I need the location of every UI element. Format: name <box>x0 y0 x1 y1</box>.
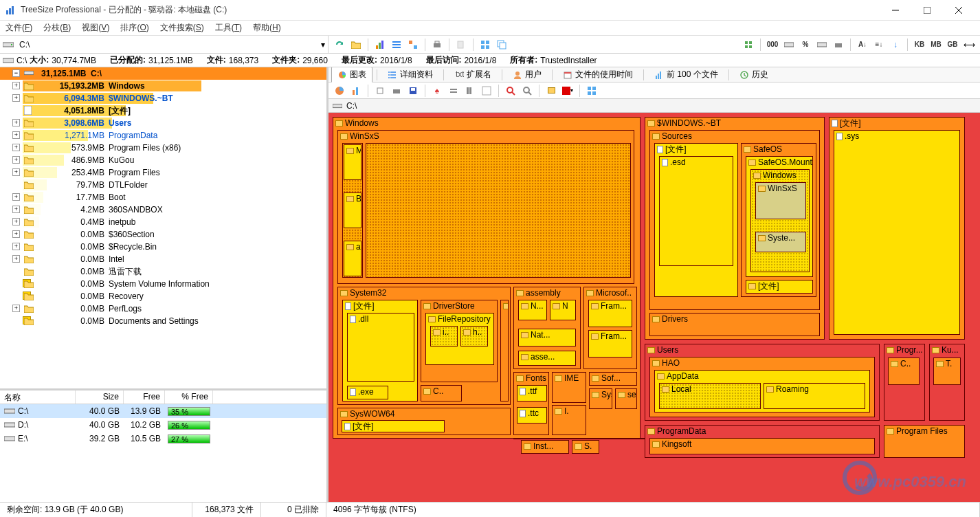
disk-button[interactable] <box>782 38 796 52</box>
treemap-box[interactable]: DriverStoreFileRepositoryi..h.. <box>421 300 498 382</box>
expand-icon[interactable]: + <box>12 305 20 312</box>
tree-row[interactable]: +17.7MBBoot <box>0 191 326 204</box>
treemap-box[interactable]: [文件] <box>746 280 813 294</box>
treemap-box[interactable]: Sof... <box>589 372 637 386</box>
treemap-box[interactable]: Sources[文件].esdSafeOSSafeOS.MountWindows… <box>649 130 820 310</box>
tree-row[interactable]: +15,193.2MBWindows <box>0 80 326 92</box>
chart-button[interactable] <box>373 38 387 52</box>
treemap-box[interactable]: C.. <box>888 358 920 385</box>
treemap-box[interactable]: Program Files <box>884 425 965 458</box>
bar-icon[interactable] <box>349 84 363 98</box>
treemap-box[interactable]: S. <box>572 440 599 454</box>
tab-list[interactable]: 详细资料 <box>381 67 439 82</box>
treemap-box[interactable]: .ttf <box>517 385 547 402</box>
tab-top[interactable]: 前 100 个文件 <box>648 67 724 82</box>
list-button[interactable] <box>390 38 403 52</box>
treemap-box[interactable]: ser... <box>615 388 637 409</box>
tree-button[interactable] <box>406 38 420 52</box>
collapse-icon[interactable]: − <box>12 69 20 77</box>
opt4-button[interactable] <box>480 84 493 98</box>
menu-f[interactable]: 文件(F) <box>5 22 32 34</box>
tree-row[interactable]: +0.0MB$360Section <box>0 228 326 241</box>
treemap-box[interactable]: Kingsoft <box>649 438 875 454</box>
menu-h[interactable]: 帮助(H) <box>253 22 281 34</box>
minimize-button[interactable] <box>880 0 911 21</box>
print-chart-button[interactable] <box>390 84 403 98</box>
treemap-box[interactable]: i.. <box>430 326 458 346</box>
drive-row[interactable]: D:\40.0 GB10.2 GB26 % <box>0 418 326 432</box>
expand-icon[interactable]: + <box>12 144 20 151</box>
disk2-button[interactable] <box>815 38 829 52</box>
treemap[interactable]: WindowsWinSxSM..B..a..System32[文件].dll.e… <box>328 113 980 502</box>
opt2-button[interactable] <box>447 84 460 98</box>
tab-ext[interactable]: txt扩展名 <box>448 67 498 82</box>
treemap-box[interactable]: Syste... <box>755 232 806 252</box>
auto-unit-button[interactable]: ⟷ <box>962 38 976 52</box>
treemap-box[interactable]: h.. <box>460 326 488 346</box>
open-folder-button[interactable] <box>349 38 363 52</box>
tree-row[interactable]: +1,271.1MBProgramData <box>0 129 326 142</box>
hdr-pct[interactable]: % Free <box>165 390 213 404</box>
treemap-box[interactable]: WindowsWinSxSM..B..a..System32[文件].dll.e… <box>333 117 641 439</box>
treemap-box[interactable]: T. <box>933 358 961 385</box>
expand-icon[interactable]: + <box>12 193 20 201</box>
tree-row[interactable]: +0.0MB$Recycle.Bin <box>0 241 326 253</box>
percent-button[interactable]: % <box>799 38 812 52</box>
expand-icon[interactable]: + <box>12 82 20 89</box>
treemap-box[interactable] <box>366 143 631 278</box>
treemap-box[interactable]: Fram... <box>588 300 632 327</box>
treemap-box[interactable]: .esd <box>659 156 733 266</box>
maximize-button[interactable] <box>911 0 943 21</box>
menu-b[interactable]: 分枝(B) <box>43 22 71 34</box>
treemap-box[interactable]: M.. <box>344 144 361 180</box>
treemap-box[interactable]: a.. <box>344 241 361 276</box>
unit-gb-button[interactable]: GB <box>946 38 959 52</box>
menu-o[interactable]: 排序(O) <box>120 22 148 34</box>
treemap-box[interactable]: ProgramDataKingsoft <box>645 425 880 458</box>
treemap-box[interactable]: Roaming <box>764 383 865 409</box>
treemap-box[interactable]: .sys <box>834 130 960 335</box>
tile-button[interactable] <box>478 38 492 52</box>
treemap-box[interactable]: SafeOS.MountWindowsWinSxSSyste... <box>746 156 813 277</box>
expand-icon[interactable]: + <box>12 230 20 238</box>
zoom-in-button[interactable] <box>504 84 517 98</box>
close-button[interactable] <box>943 0 975 21</box>
sort-az-button[interactable]: A↓ <box>856 38 869 52</box>
tree-row[interactable]: !0.0MBRecovery <box>0 290 326 302</box>
expand-button[interactable] <box>742 38 755 52</box>
expand-icon[interactable]: + <box>12 168 20 176</box>
treemap-box[interactable]: WinSxS <box>755 182 806 219</box>
path-input[interactable] <box>18 38 321 51</box>
treemap-box[interactable]: SafeOSSafeOS.MountWindowsWinSxSSyste...[… <box>741 143 816 297</box>
tree-row[interactable]: !0.0MBSystem Volume Information <box>0 278 326 290</box>
treemap-box[interactable]: N... <box>518 300 547 320</box>
tree-row[interactable]: +0.4MBinetpub <box>0 216 326 228</box>
color-button[interactable]: ▾ <box>561 84 575 98</box>
treemap-box[interactable]: WindowsWinSxSSyste... <box>750 169 810 272</box>
drive-row[interactable]: E:\39.2 GB10.5 GB27 % <box>0 432 326 446</box>
treemap-box[interactable]: assemblyN...NNat...asse... <box>513 287 581 369</box>
tree-row[interactable]: +3,098.6MBUsers <box>0 117 326 129</box>
treemap-box[interactable]: w <box>500 300 509 402</box>
grid-button[interactable] <box>585 84 599 98</box>
treemap-box[interactable]: [文件].sys <box>829 117 965 340</box>
tab-hist[interactable]: 历史 <box>733 67 775 82</box>
expand-icon[interactable]: + <box>12 156 20 164</box>
treemap-box[interactable]: UsersHAOAppDataLocalRoaming <box>645 344 880 421</box>
treemap-box[interactable]: [文件].esd <box>654 143 738 297</box>
refresh-button[interactable] <box>333 38 346 52</box>
expand-icon[interactable]: + <box>12 218 20 226</box>
treemap-box[interactable]: Nat... <box>518 329 576 346</box>
save-chart-button[interactable] <box>406 84 420 98</box>
treemap-box[interactable]: Fram... <box>588 330 632 358</box>
expand-icon[interactable]: + <box>12 131 20 139</box>
copy-chart-button[interactable] <box>373 84 387 98</box>
tree-root[interactable]: − 31,125.1MB C:\ <box>0 67 326 80</box>
unit-kb-button[interactable]: KB <box>913 38 926 52</box>
expand-icon[interactable]: + <box>12 243 20 250</box>
treemap-box[interactable]: AppDataLocalRoaming <box>654 370 870 412</box>
tab-user[interactable]: 用户 <box>506 67 548 82</box>
tab-pie[interactable]: 图表 <box>331 67 372 82</box>
unit-mb-button[interactable]: MB <box>929 38 943 52</box>
treemap-box[interactable]: HAOAppDataLocalRoaming <box>649 357 875 417</box>
